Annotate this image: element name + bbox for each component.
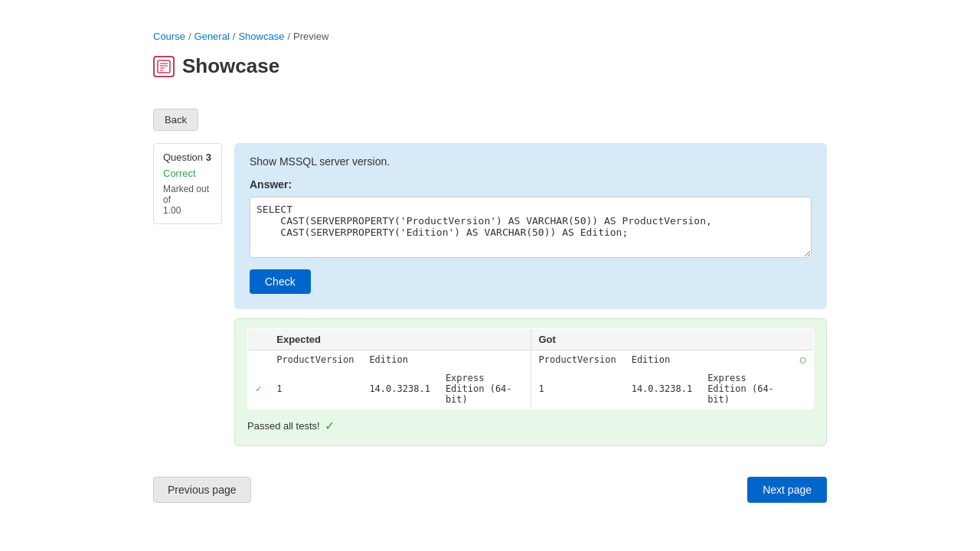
question-text: Show MSSQL server version. [250, 155, 812, 168]
next-page-button[interactable]: Next page [747, 477, 827, 503]
breadcrumb-sep-3: / [287, 31, 290, 42]
question-marks-value: 1.00 [163, 205, 181, 216]
got-col-edition: Edition [624, 350, 700, 370]
expected-row-id: 1 [269, 369, 361, 409]
expected-col-productversion: ProductVersion [269, 350, 361, 370]
question-number: 3 [206, 152, 211, 163]
question-marks: Marked out of 1.00 [163, 184, 212, 216]
got-col-productversion: ProductVersion [531, 350, 624, 370]
expected-row-edition: Express Edition (64-bit) [438, 369, 531, 409]
question-number-label: Question 3 [163, 152, 212, 163]
table-data-row: ✓ 1 14.0.3238.1 Express Edition (64-bit)… [248, 369, 814, 409]
nav-footer: Previous page Next page [153, 477, 827, 503]
answer-label: Answer: [250, 178, 812, 191]
answer-textarea[interactable]: SELECT CAST(SERVERPROPERTY('ProductVersi… [250, 197, 812, 258]
got-row-id: 1 [531, 369, 624, 409]
passed-text: Passed all tests! ✓ [247, 419, 814, 433]
results-table: Expected Got ProductVersion Edition Prod… [247, 328, 814, 409]
breadcrumb-sep-2: / [233, 31, 236, 42]
expected-header: Expected [269, 329, 531, 350]
breadcrumb: Course / General / Showcase / Preview [153, 31, 827, 42]
expected-check-header [248, 329, 270, 350]
main-panel: Show MSSQL server version. Answer: SELEC… [234, 143, 827, 446]
got-row-edition: Express Edition (64-bit) [700, 369, 792, 409]
got-check-icon: ◯ [792, 350, 814, 370]
got-header: Got [531, 329, 792, 350]
breadcrumb-preview: Preview [293, 31, 328, 42]
passed-label: Passed all tests! [247, 420, 320, 432]
breadcrumb-showcase[interactable]: Showcase [238, 31, 284, 42]
check-button[interactable]: Check [250, 269, 311, 294]
breadcrumb-sep-1: / [188, 31, 191, 42]
results-box: Expected Got ProductVersion Edition Prod… [234, 318, 827, 446]
back-button[interactable]: Back [153, 109, 198, 131]
passed-icon: ✓ [325, 419, 335, 433]
question-panel: Question 3 Correct Marked out of 1.00 [153, 143, 222, 224]
got-check-header [792, 329, 814, 350]
question-status: Correct [163, 168, 212, 179]
quiz-icon [153, 56, 175, 77]
page-title: Showcase [182, 54, 279, 78]
breadcrumb-course[interactable]: Course [153, 31, 185, 42]
expected-row-version: 14.0.3238.1 [361, 369, 437, 409]
breadcrumb-general[interactable]: General [194, 31, 230, 42]
question-box: Show MSSQL server version. Answer: SELEC… [234, 143, 827, 309]
prev-page-button[interactable]: Previous page [153, 477, 251, 503]
table-header-row: ProductVersion Edition ProductVersion Ed… [248, 350, 814, 370]
expected-col-edition: Edition [361, 350, 437, 370]
svg-rect-0 [158, 60, 170, 73]
got-row-version: 14.0.3238.1 [624, 369, 700, 409]
expected-check-icon: ✓ [248, 369, 270, 409]
